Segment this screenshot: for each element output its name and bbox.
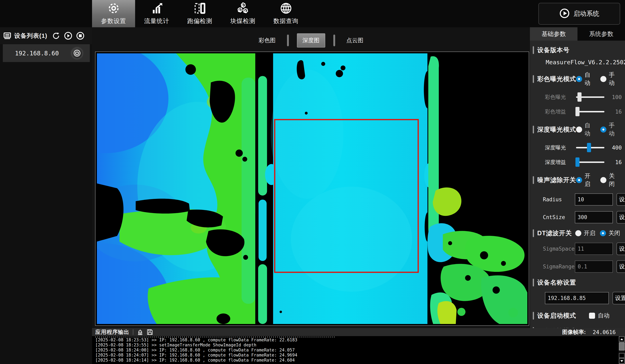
section-device-version: 设备版本号 (533, 46, 622, 54)
cntsize-set-button[interactable]: 设置 (617, 211, 625, 224)
stop-all-button[interactable] (76, 31, 85, 40)
color-gain-slider[interactable] (576, 111, 604, 112)
sigmaspace-input[interactable] (575, 243, 613, 255)
noise-filter-on-radio[interactable] (576, 177, 582, 183)
scroll-down-button[interactable] (619, 358, 625, 364)
depth-exposure-manual-radio[interactable] (600, 127, 606, 133)
application-output-log[interactable]: [2025-02-08 18:23:53] >> IP: 192.168.8.6… (92, 336, 619, 364)
sigmaspace-row: SigmaSpace 设置 (543, 242, 622, 255)
start-system-label: 启动系统 (573, 9, 599, 18)
slider-handle[interactable] (587, 143, 591, 152)
toolbar-item-deviation-detection[interactable]: 跑偏检测 (178, 0, 221, 27)
tab-basic-params[interactable]: 基础参数 (530, 27, 577, 41)
framerate-group: 图像帧率: 24.0616 (562, 328, 616, 336)
color-exposure-auto-radio[interactable] (576, 76, 582, 82)
toolbar-item-label: 跑偏检测 (187, 17, 212, 25)
color-exposure-slider[interactable] (576, 96, 604, 98)
clear-log-icon[interactable] (137, 329, 143, 335)
depth-gain-value: 16 (606, 159, 622, 165)
radius-label: Radius (543, 196, 575, 202)
section-bar (533, 176, 534, 184)
section-start-mode: 设备启动模式 自动 (533, 311, 622, 320)
play-circle-icon (559, 8, 570, 19)
noise-filter-off-radio[interactable] (600, 177, 606, 183)
cntsize-input[interactable] (575, 211, 613, 223)
start-mode-auto-checkbox[interactable] (589, 313, 595, 319)
color-exposure-mode-label: 彩色曝光模式 (537, 75, 576, 83)
device-list-title: 设备列表(1) (14, 32, 47, 40)
sigmaspace-label: SigmaSpace (543, 246, 575, 252)
section-bar (533, 312, 534, 320)
parameter-tabs: 基础参数 系统参数 (530, 27, 625, 41)
radius-input[interactable] (575, 194, 613, 206)
device-name-input[interactable] (545, 292, 609, 304)
log-line: [2025-02-08 18:23:53] >> IP: 192.168.8.6… (95, 337, 619, 343)
slider-handle[interactable] (577, 92, 582, 102)
scrollbar-thumb[interactable] (619, 342, 625, 350)
depth-gain-slider-row: 深度增益 16 (545, 157, 622, 167)
sigmaspace-set-button[interactable]: 设置 (617, 243, 625, 255)
scrollbar-block (619, 353, 625, 358)
device-version-value: MeasureFlow_V6.2.2.250207 (546, 59, 625, 66)
section-bar (533, 46, 534, 54)
color-exposure-auto-label: 自动 (585, 71, 596, 87)
log-scrollbar[interactable] (619, 336, 625, 364)
start-system-button[interactable]: 启动系统 (538, 3, 620, 25)
dt-filter-on-label: 开启 (584, 229, 595, 237)
device-power-button[interactable] (72, 48, 82, 58)
dt-filter-on-radio[interactable] (575, 230, 581, 236)
depth-image-frame (95, 52, 529, 326)
color-exposure-manual-radio[interactable] (600, 76, 606, 82)
save-log-icon[interactable] (147, 329, 153, 335)
app-window: 参数设置 流量统计 跑偏检测 (0, 0, 625, 364)
slider-handle[interactable] (575, 157, 580, 167)
device-sidebar: 设备列表(1) 192.168.8.60 (0, 27, 92, 364)
noise-filter-label: 噪声滤除开关 (537, 176, 576, 184)
app-output-label: 应用程序输出 (95, 328, 129, 336)
sigmarange-set-button[interactable]: 设置 (617, 260, 625, 273)
tab-separator (287, 34, 289, 46)
section-bar (533, 75, 534, 83)
depth-exposure-manual-label: 手动 (609, 121, 620, 138)
depth-exposure-auto-label: 自动 (585, 121, 596, 138)
toolbar-item-data-query[interactable]: 数据查询 (264, 0, 308, 27)
deviation-icon (193, 2, 206, 15)
noise-filter-off-label: 关闭 (609, 172, 620, 188)
slider-handle[interactable] (575, 107, 580, 116)
tab-system-params[interactable]: 系统参数 (577, 27, 625, 41)
scroll-up-button[interactable] (619, 336, 625, 342)
toolbar-item-label: 参数设置 (101, 17, 126, 25)
sigmarange-input[interactable] (575, 260, 613, 273)
refresh-button[interactable] (52, 31, 60, 40)
tab-color-image[interactable]: 彩色图 (255, 37, 279, 44)
scrollbar-track[interactable] (619, 350, 625, 352)
depth-gain-slider[interactable] (576, 162, 604, 163)
device-list-header: 设备列表(1) (0, 27, 92, 44)
tab-depth-image[interactable]: 深度图 (297, 33, 325, 48)
section-bar (533, 229, 534, 237)
play-all-button[interactable] (64, 31, 72, 40)
color-exposure-manual-label: 手动 (609, 71, 620, 87)
device-name-set-button[interactable]: 设置 (612, 292, 625, 304)
toolbar-item-parameter-settings[interactable]: 参数设置 (92, 0, 135, 27)
toolbar-item-lump-coal-detection[interactable]: 块煤检测 (221, 0, 264, 27)
toolbar-item-flow-statistics[interactable]: 流量统计 (135, 0, 178, 27)
up-arrow-icon (620, 338, 623, 340)
dt-filter-label: DT滤波开关 (537, 229, 572, 237)
section-device-name: 设备名称设置 (533, 278, 622, 287)
sigmarange-label: SigmaRange (543, 264, 575, 270)
color-gain-slider-row: 彩色增益 16 (545, 107, 622, 116)
cntsize-label: CntSize (543, 214, 575, 220)
device-row[interactable]: 192.168.8.60 (3, 44, 90, 62)
depth-exposure-auto-radio[interactable] (576, 127, 582, 133)
globe-icon (280, 2, 292, 15)
dt-filter-off-label: 关闭 (608, 229, 620, 237)
depth-exposure-slider[interactable] (576, 147, 604, 148)
radius-set-button[interactable]: 设置 (617, 193, 625, 206)
top-toolbar: 参数设置 流量统计 跑偏检测 (0, 0, 625, 27)
tab-point-cloud[interactable]: 点云图 (343, 37, 367, 44)
depth-map-image (97, 53, 527, 324)
device-name-row: 设置 (545, 292, 622, 305)
dt-filter-off-radio[interactable] (600, 230, 606, 236)
view-tabs: 彩色图 深度图 点云图 (92, 33, 530, 48)
